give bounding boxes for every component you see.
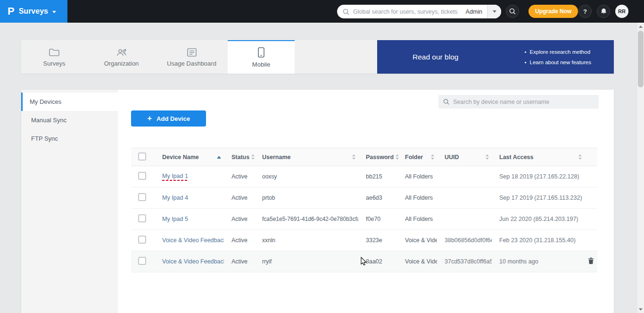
folder-value: Voice & Video [405, 258, 437, 265]
scroll-down-button[interactable] [637, 305, 644, 313]
notifications-button[interactable] [597, 5, 610, 18]
side-nav: My Devices Manual Sync FTP Sync [21, 90, 118, 313]
delete-device-button[interactable] [588, 257, 594, 264]
password-value: 3323e [366, 237, 382, 244]
column-header-username[interactable]: Username [255, 148, 358, 166]
column-label: Last Access [499, 154, 534, 161]
search-submit-button[interactable] [506, 5, 519, 18]
report-icon [187, 48, 197, 57]
column-header-last-access[interactable]: Last Access [492, 148, 585, 166]
device-table-header: Device Name Status Username Password Fol… [131, 148, 597, 166]
sort-both-icon [486, 154, 489, 160]
device-name-link[interactable]: Voice & Video Feedback 2 [162, 258, 224, 265]
vertical-scrollbar[interactable] [637, 23, 644, 313]
column-header-status[interactable]: Status [224, 148, 255, 166]
devices-content: + Add Device Device Name Status Username… [118, 90, 614, 313]
tab-usage-dashboard[interactable]: Usage Dashboard [156, 40, 228, 74]
last-access-value: Feb 23 2020 (31.218.155.40) [499, 237, 576, 244]
row-checkbox[interactable] [138, 236, 146, 244]
avatar[interactable]: RR [615, 5, 628, 18]
add-device-label: Add Device [157, 115, 190, 122]
row-checkbox[interactable] [138, 172, 146, 180]
sort-both-icon [578, 154, 582, 160]
folder-value: All Folders [405, 173, 433, 180]
search-icon [443, 99, 449, 105]
people-add-icon [116, 48, 127, 57]
avatar-initials: RR [618, 8, 626, 14]
banner-bullet: Explore research method [525, 47, 591, 57]
username-value: fca5e1e5-7691-41d6-9c42-0e780b3cfa64 [262, 216, 358, 222]
banner-bullet: Learn about new features [525, 57, 591, 68]
sort-both-icon [396, 154, 399, 160]
table-row: Voice & Video Feedback 1 Active xxnln 33… [131, 230, 597, 251]
column-header-password[interactable]: Password [358, 148, 397, 166]
bell-icon [600, 8, 607, 15]
tab-mobile[interactable]: Mobile [228, 40, 295, 74]
help-button[interactable]: ? [578, 5, 592, 18]
status-value: Active [231, 237, 248, 244]
column-header-actions [585, 148, 597, 166]
product-switcher[interactable]: P Surveys [0, 0, 67, 23]
device-name-link[interactable]: Voice & Video Feedback 1 [162, 237, 224, 244]
main-panel: My Devices Manual Sync FTP Sync + Add De… [21, 90, 614, 313]
global-search-input[interactable] [353, 8, 461, 15]
device-name-link[interactable]: My Ipad 5 [162, 216, 188, 222]
device-table: Device Name Status Username Password Fol… [131, 148, 597, 272]
search-icon [343, 8, 349, 15]
scroll-up-button[interactable] [637, 23, 644, 30]
folder-value: Voice & Video [405, 237, 437, 244]
status-value: Active [231, 216, 248, 222]
status-value: Active [231, 195, 248, 201]
sidebar-item-label: Manual Sync [31, 117, 66, 124]
sort-both-icon [251, 154, 255, 160]
folder-value: All Folders [405, 195, 433, 201]
password-value: ae6d3 [366, 195, 382, 201]
username-value: xxnln [262, 237, 275, 244]
sidebar-item-ftp-sync[interactable]: FTP Sync [21, 129, 118, 148]
table-row: My Ipad 1 Active ooxsy bb215 All Folders… [131, 166, 597, 187]
sidebar-item-label: My Devices [30, 98, 61, 105]
column-label: Folder [405, 154, 423, 161]
device-table-body: My Ipad 1 Active ooxsy bb215 All Folders… [131, 166, 597, 272]
column-label: Username [262, 154, 290, 161]
search-icon [509, 8, 516, 15]
sidebar-item-manual-sync[interactable]: Manual Sync [21, 111, 118, 129]
last-access-value: Jun 22 2020 (85.214.203.197) [499, 216, 578, 222]
tab-surveys[interactable]: Surveys [21, 40, 87, 74]
password-value: bb215 [366, 173, 382, 180]
search-scope-dropdown[interactable] [487, 5, 501, 18]
sidebar-item-label: FTP Sync [31, 135, 58, 142]
tab-organization[interactable]: Organization [87, 40, 156, 74]
mobile-icon [258, 47, 264, 58]
sort-both-icon [431, 154, 434, 160]
upgrade-button[interactable]: Upgrade Now [528, 5, 578, 18]
device-search-input[interactable] [453, 99, 599, 105]
device-name-link[interactable]: My Ipad 1 [162, 173, 188, 181]
add-device-button[interactable]: + Add Device [131, 110, 206, 127]
chevron-down-icon [493, 10, 496, 13]
brand-logo: P [8, 6, 15, 17]
topbar: P Surveys Admin Upgrade Now ? RR [0, 0, 644, 23]
status-value: Active [231, 173, 248, 180]
table-row: My Ipad 4 Active prtob ae6d3 All Folders… [131, 187, 597, 209]
column-header-folder[interactable]: Folder [397, 148, 437, 166]
trash-icon [588, 257, 594, 264]
sidebar-item-my-devices[interactable]: My Devices [21, 93, 118, 111]
select-all-checkbox[interactable] [138, 152, 146, 161]
row-checkbox[interactable] [138, 214, 146, 222]
device-name-link[interactable]: My Ipad 4 [162, 195, 188, 201]
blog-banner-link[interactable]: Read our blog [413, 53, 458, 61]
global-search: Admin [337, 5, 501, 18]
column-label: Password [366, 154, 394, 161]
device-search [438, 95, 599, 109]
sort-asc-icon [217, 156, 221, 159]
last-access-value: 10 months ago [499, 258, 538, 265]
tab-label: Organization [104, 60, 139, 67]
column-header-device-name[interactable]: Device Name [155, 148, 224, 166]
uuid-value: 38b06856d0df0f6e [445, 237, 492, 244]
column-header-uuid[interactable]: UUID [437, 148, 492, 166]
row-checkbox[interactable] [138, 193, 146, 201]
uuid-value: 37cd537d8c0ff6a5 [445, 258, 492, 265]
scrollbar-thumb[interactable] [638, 31, 644, 87]
row-checkbox[interactable] [138, 257, 146, 265]
